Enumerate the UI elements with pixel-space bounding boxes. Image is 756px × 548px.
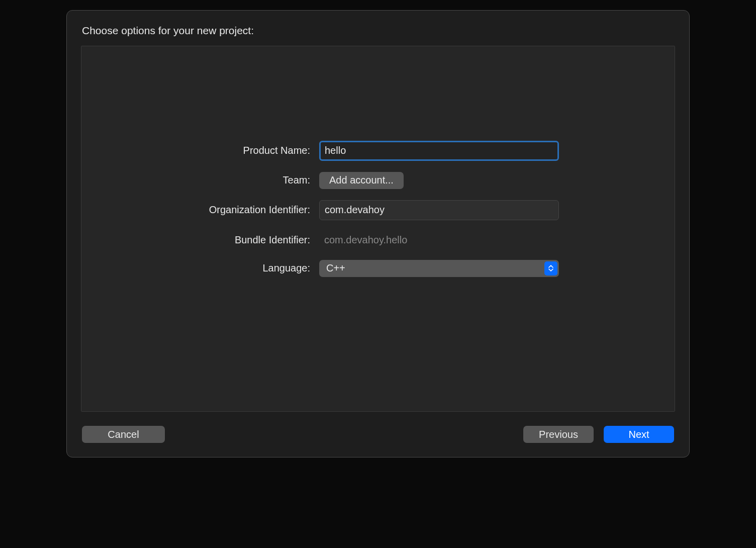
language-select[interactable]: C++ — [319, 260, 559, 277]
product-name-input[interactable] — [319, 141, 559, 161]
previous-button[interactable]: Previous — [523, 426, 594, 443]
team-row: Team: Add account... — [197, 172, 559, 189]
team-control: Add account... — [319, 172, 559, 189]
footer-right-group: Previous Next — [523, 426, 674, 443]
org-identifier-row: Organization Identifier: — [197, 200, 559, 220]
bundle-identifier-label: Bundle Identifier: — [197, 234, 310, 246]
product-name-row: Product Name: — [197, 141, 559, 161]
add-account-button[interactable]: Add account... — [319, 172, 404, 189]
org-identifier-input[interactable] — [319, 200, 559, 220]
content-area: Product Name: Team: Add account... Organ… — [81, 46, 675, 412]
language-label: Language: — [197, 262, 310, 274]
next-button[interactable]: Next — [604, 426, 674, 443]
language-row: Language: C++ — [197, 260, 559, 277]
updown-arrows-icon — [544, 261, 557, 276]
language-control: C++ — [319, 260, 559, 277]
org-identifier-control — [319, 200, 559, 220]
bundle-identifier-value: com.devahoy.hello — [319, 231, 412, 249]
team-label: Team: — [197, 174, 310, 186]
dialog-footer: Cancel Previous Next — [81, 426, 675, 443]
cancel-button[interactable]: Cancel — [82, 426, 165, 443]
dialog-title: Choose options for your new project: — [81, 25, 675, 37]
project-options-form: Product Name: Team: Add account... Organ… — [197, 141, 559, 277]
bundle-identifier-control: com.devahoy.hello — [319, 231, 559, 249]
language-select-value: C++ — [319, 262, 544, 274]
product-name-label: Product Name: — [197, 145, 310, 156]
bundle-identifier-row: Bundle Identifier: com.devahoy.hello — [197, 231, 559, 249]
product-name-control — [319, 141, 559, 161]
org-identifier-label: Organization Identifier: — [197, 204, 310, 216]
new-project-options-dialog: Choose options for your new project: Pro… — [66, 10, 690, 458]
